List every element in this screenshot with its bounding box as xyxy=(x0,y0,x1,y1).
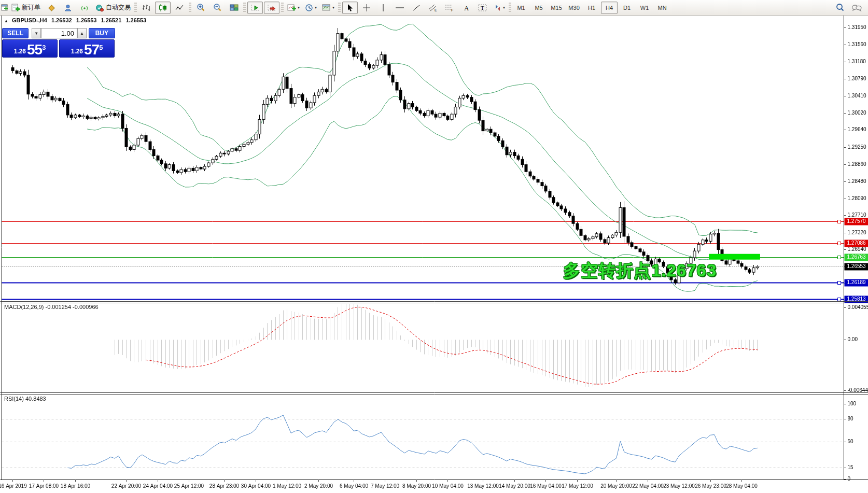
ohlc-open: 1.26532 xyxy=(51,17,72,23)
line-chart-button[interactable] xyxy=(172,2,187,14)
ohlc-low: 1.26521 xyxy=(101,17,122,23)
ohlc-high: 1.26553 xyxy=(76,17,97,23)
toolbar-grip xyxy=(189,3,191,13)
zoom-in-button[interactable] xyxy=(193,2,208,14)
toolbar-grip xyxy=(243,3,246,13)
bar-chart-button[interactable] xyxy=(138,2,154,14)
buy-button[interactable]: BUY xyxy=(89,28,115,38)
timeframe-button-w1[interactable]: W1 xyxy=(636,2,653,14)
timeframe-button-h1[interactable]: H1 xyxy=(583,2,600,14)
crosshair-button[interactable] xyxy=(359,2,374,14)
horizontal-line-button[interactable] xyxy=(392,2,408,14)
timeframe-button-m30[interactable]: M30 xyxy=(566,2,582,14)
macd-signal-value: -0.000966 xyxy=(73,304,99,310)
timeframe-button-h4[interactable]: H4 xyxy=(601,2,618,14)
toolbar-grip xyxy=(509,3,511,13)
main-toolbar: 新订单 自动交易 ▾ ▾ xyxy=(0,0,868,16)
volume-input[interactable]: 1.00 xyxy=(41,28,77,38)
sell-price-sup: 3 xyxy=(42,40,46,55)
volume-down-button[interactable]: ▼ xyxy=(32,28,41,38)
indicators-button[interactable]: ▾ xyxy=(285,2,302,14)
vertical-line-button[interactable] xyxy=(375,2,391,14)
sell-price-small: 1.26 xyxy=(14,46,26,57)
auto-scroll-button[interactable] xyxy=(264,2,279,14)
profile-icon[interactable] xyxy=(60,2,76,14)
shift-chart-button[interactable] xyxy=(247,2,263,14)
svg-text:T: T xyxy=(481,5,484,11)
chart-canvas[interactable] xyxy=(0,0,868,493)
candlestick-chart-button[interactable] xyxy=(155,2,171,14)
macd-value: -0.001254 xyxy=(45,304,71,310)
auto-trading-button[interactable]: 自动交易 xyxy=(93,2,133,14)
symbol-title: GBPUSD-,H4 xyxy=(12,17,47,23)
macd-label: MACD(12,26,9) -0.001254 -0.000966 xyxy=(4,304,99,310)
metaquotes-icon[interactable] xyxy=(44,2,59,14)
sell-price-big: 55 xyxy=(27,43,42,57)
svg-text:F: F xyxy=(451,8,453,12)
text-button[interactable]: A xyxy=(458,2,474,14)
timeframe-group: M1M5M15M30H1H4D1W1MN xyxy=(512,2,671,14)
toolbar-grip xyxy=(134,3,137,13)
new-chart-button[interactable] xyxy=(1,2,8,14)
timeframe-button-mn[interactable]: MN xyxy=(654,2,670,14)
cursor-button[interactable] xyxy=(342,2,358,14)
rsi-value: 40.8483 xyxy=(25,396,46,402)
templates-button[interactable]: ▾ xyxy=(320,2,337,14)
search-icon[interactable] xyxy=(832,2,848,14)
new-order-label: 新订单 xyxy=(22,3,40,12)
buy-price-small: 1.26 xyxy=(71,46,83,57)
periods-caret-icon: ▾ xyxy=(315,5,317,10)
pane-divider-rsi[interactable] xyxy=(0,391,868,395)
templates-caret-icon: ▾ xyxy=(332,5,334,10)
annotation-text[interactable]: 多空转折点1.26763 xyxy=(563,259,717,283)
zoom-out-button[interactable] xyxy=(209,2,225,14)
one-click-trading-panel: SELL ▼ 1.00 ▲ BUY 1.26 55 3 1.26 57 5 xyxy=(2,28,115,58)
rsi-name: RSI(14) xyxy=(4,396,24,402)
rsi-label: RSI(14) 40.8483 xyxy=(4,396,46,402)
trendline-button[interactable] xyxy=(409,2,424,14)
symbol-info-bar: ▲ GBPUSD-,H4 1.26532 1.26553 1.26521 1.2… xyxy=(4,17,149,23)
sell-button[interactable]: SELL xyxy=(2,28,29,38)
pane-divider-macd[interactable] xyxy=(0,300,868,304)
buy-price-sup: 5 xyxy=(99,40,103,55)
tile-windows-button[interactable] xyxy=(226,2,242,14)
collapse-panel-arrow[interactable]: ▲ xyxy=(4,19,8,23)
periods-button[interactable]: ▾ xyxy=(303,2,319,14)
equidistant-channel-button[interactable]: E xyxy=(425,2,441,14)
new-order-button[interactable]: 新订单 xyxy=(9,2,43,14)
signals-icon[interactable] xyxy=(77,2,92,14)
arrows-button[interactable]: ▾ xyxy=(492,2,507,14)
timeframe-button-m1[interactable]: M1 xyxy=(513,2,529,14)
svg-text:E: E xyxy=(435,8,437,12)
timeframe-button-d1[interactable]: D1 xyxy=(619,2,635,14)
timeframe-button-m5[interactable]: M5 xyxy=(530,2,547,14)
auto-trading-label: 自动交易 xyxy=(106,3,131,12)
toolbar-grip xyxy=(338,3,341,13)
ohlc-close: 1.26553 xyxy=(125,17,146,23)
volume-up-button[interactable]: ▲ xyxy=(77,28,87,38)
toolbar-grip xyxy=(281,3,284,13)
macd-name: MACD(12,26,9) xyxy=(4,304,44,310)
text-label-button[interactable]: T xyxy=(475,2,491,14)
indicators-caret-icon: ▾ xyxy=(298,5,300,10)
buy-price-big: 57 xyxy=(84,43,99,57)
arrows-caret-icon: ▾ xyxy=(503,5,505,10)
fibonacci-button[interactable]: F xyxy=(442,2,457,14)
buy-price-display[interactable]: 1.26 57 5 xyxy=(59,39,115,58)
svg-text:A: A xyxy=(464,4,469,12)
chat-icon[interactable] xyxy=(849,2,864,14)
timeframe-button-m15[interactable]: M15 xyxy=(548,2,565,14)
sell-price-display[interactable]: 1.26 55 3 xyxy=(2,39,58,58)
